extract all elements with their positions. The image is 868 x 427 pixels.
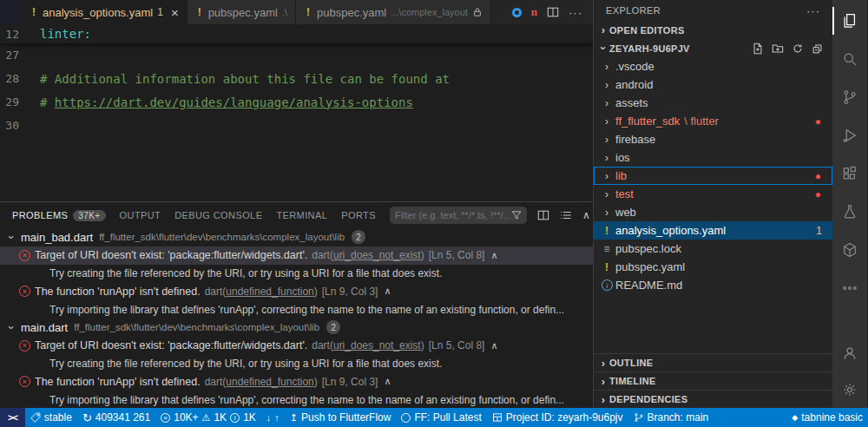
chevron-up-icon[interactable]: ∧ xyxy=(490,250,497,261)
code-line[interactable]: 27 xyxy=(0,43,593,67)
tab-debug-console[interactable]: DEBUG CONSOLE xyxy=(174,210,262,220)
problem-hint-row[interactable]: Try creating the file referenced by the … xyxy=(0,355,593,373)
n-extension-icon[interactable]: n xyxy=(531,5,537,19)
tabnine-status-item[interactable]: ◆ tabnine basic xyxy=(786,408,868,427)
chevron-down-icon[interactable]: › xyxy=(5,321,18,333)
tab-problems[interactable]: PROBLEMS 37K+ xyxy=(12,210,106,221)
remote-indicator[interactable]: >< xyxy=(0,408,25,427)
problems-filter-input[interactable] xyxy=(395,210,511,220)
chevron-up-icon[interactable]: ∧ xyxy=(384,286,391,297)
tree-item-lib[interactable]: › lib ● xyxy=(594,167,832,185)
new-file-icon[interactable] xyxy=(752,43,764,55)
timeline-section[interactable]: › TIMELINE xyxy=(594,371,832,390)
tab-pubspec-yaml-1[interactable]: ! pubspec.yaml .\ xyxy=(187,0,296,24)
problem-row[interactable]: × The function 'runApp' isn't defined. d… xyxy=(0,372,593,391)
tree-item-vscode[interactable]: › .vscode xyxy=(594,57,832,76)
account-button[interactable] xyxy=(832,335,867,371)
tree-item-ios[interactable]: › ios xyxy=(594,148,832,167)
chevron-right-icon[interactable]: › xyxy=(601,188,613,200)
tree-item-firebase[interactable]: › firebase xyxy=(594,130,832,148)
problem-row[interactable]: × Target of URI doesn't exist: 'package:… xyxy=(0,246,593,265)
problem-hint-row[interactable]: Try importing the library that defines '… xyxy=(0,300,593,319)
activity-run-debug[interactable] xyxy=(832,116,867,154)
project-id-status-item[interactable]: Project ID: zeyarh-9u6pjv xyxy=(487,408,628,427)
tree-item-web[interactable]: › web xyxy=(594,203,832,221)
problems-status-item[interactable]: × 10K+ ⚠ 1K i 1K xyxy=(155,408,261,427)
filter-icon[interactable] xyxy=(511,210,522,220)
view-as-list-icon[interactable] xyxy=(560,209,572,221)
error-code-link[interactable]: undefined_function xyxy=(226,376,313,388)
tree-item-pubspec-yaml[interactable]: ! pubspec.yaml xyxy=(594,258,832,276)
problem-row[interactable]: × The function 'runApp' isn't defined. d… xyxy=(0,282,593,300)
chevron-right-icon[interactable]: › xyxy=(601,207,613,219)
chevron-right-icon[interactable]: › xyxy=(601,152,613,164)
dependencies-section[interactable]: › DEPENDENCIES xyxy=(594,390,832,408)
code-line[interactable]: 29 # https://dart.dev/guides/language/an… xyxy=(0,90,593,114)
chevron-right-icon[interactable]: › xyxy=(597,393,609,406)
tab-ports[interactable]: PORTS xyxy=(341,210,376,220)
problem-hint-row[interactable]: Try creating the file referenced by the … xyxy=(0,265,593,283)
maximize-panel-icon[interactable]: ∧ xyxy=(582,209,590,221)
chevron-right-icon[interactable]: › xyxy=(601,97,613,109)
sync-status-item[interactable]: ↻ 409341 261 xyxy=(77,408,155,427)
activity-testing[interactable] xyxy=(832,193,867,231)
tree-item-pubspec-lock[interactable]: ≡ pubspec.lock xyxy=(594,240,832,258)
problem-group-row[interactable]: › main_bad.dart ff_flutter_sdk\flutter\d… xyxy=(0,228,593,246)
chevron-up-icon[interactable]: ∧ xyxy=(490,340,497,351)
activity-search[interactable] xyxy=(832,40,867,78)
error-code-link[interactable]: undefined_function xyxy=(226,286,313,298)
chevron-up-icon[interactable]: ∧ xyxy=(384,376,391,387)
tree-item-readme-md[interactable]: i README.md xyxy=(594,276,832,294)
outline-section[interactable]: › OUTLINE xyxy=(594,353,832,371)
close-icon[interactable]: × xyxy=(171,6,179,19)
code-hyperlink[interactable]: https://dart.dev/guides/language/analysi… xyxy=(55,95,413,109)
chevron-right-icon[interactable]: › xyxy=(597,357,609,370)
tree-item-analysis-options-yaml[interactable]: ! analysis_options.yaml 1 xyxy=(594,221,832,240)
chevron-down-icon[interactable]: › xyxy=(597,43,610,55)
workspace-root-section[interactable]: › ZEYARH-9U6PJV xyxy=(594,39,832,57)
error-code-link[interactable]: uri_does_not_exist xyxy=(333,339,421,351)
chevron-right-icon[interactable]: › xyxy=(597,23,609,36)
error-code-link[interactable]: uri_does_not_exist xyxy=(333,249,421,261)
open-editors-section[interactable]: › OPEN EDITORS xyxy=(594,21,832,39)
collapse-all-icon[interactable] xyxy=(812,43,824,55)
activity-source-control[interactable] xyxy=(832,78,867,116)
tree-item-assets[interactable]: › assets xyxy=(594,94,832,112)
run-circle-icon[interactable] xyxy=(512,8,522,17)
chevron-right-icon[interactable]: › xyxy=(601,61,613,73)
chevron-right-icon[interactable]: › xyxy=(601,115,613,128)
problem-row[interactable]: × Target of URI doesn't exist: 'package:… xyxy=(0,337,593,355)
activity-more[interactable] xyxy=(832,269,867,307)
chevron-right-icon[interactable]: › xyxy=(597,375,609,388)
activity-package[interactable] xyxy=(832,231,867,269)
branch-status-item[interactable]: Branch: main xyxy=(628,408,714,427)
settings-button[interactable] xyxy=(832,371,867,408)
code-editor[interactable]: 12 linter: 27 28 # Additional informatio… xyxy=(0,24,593,201)
tab-pubspec-yaml-2[interactable]: ! pubspec.yaml ...\complex_layout xyxy=(296,0,491,24)
problem-hint-row[interactable]: Try importing the library that defines '… xyxy=(0,391,593,408)
code-line[interactable]: 30 xyxy=(0,114,593,137)
split-editor-icon[interactable] xyxy=(547,6,559,18)
tree-item-android[interactable]: › android xyxy=(594,76,832,94)
version-status-item[interactable]: stable xyxy=(25,408,77,427)
more-actions-icon[interactable]: ··· xyxy=(806,4,820,17)
more-actions-icon[interactable]: ··· xyxy=(569,6,582,19)
arrows-status-item[interactable]: ↓ ↑ xyxy=(261,408,285,427)
ff-pull-latest-button[interactable]: FF: Pull Latest xyxy=(396,408,486,427)
refresh-icon[interactable] xyxy=(792,43,804,55)
tree-item-test[interactable]: › test ● xyxy=(594,185,832,203)
push-flutterflow-button[interactable]: ↥ Push to FlutterFlow xyxy=(285,408,397,427)
tab-terminal[interactable]: TERMINAL xyxy=(276,210,327,220)
tab-output[interactable]: OUTPUT xyxy=(120,210,161,220)
chevron-right-icon[interactable]: › xyxy=(601,134,613,146)
split-panel-icon[interactable] xyxy=(537,209,549,221)
activity-extensions[interactable] xyxy=(832,154,867,193)
chevron-right-icon[interactable]: › xyxy=(601,79,613,91)
tab-analysis-options-yaml[interactable]: ! analysis_options.yaml 1 × xyxy=(22,0,187,24)
code-line[interactable]: 28 # Additional information about this f… xyxy=(0,67,593,90)
chevron-down-icon[interactable]: › xyxy=(5,231,18,243)
problem-group-row[interactable]: › main.dart ff_flutter_sdk\flutter\dev\b… xyxy=(0,319,593,337)
activity-explorer[interactable] xyxy=(832,2,867,40)
new-folder-icon[interactable] xyxy=(772,43,784,55)
chevron-right-icon[interactable]: › xyxy=(601,170,613,182)
